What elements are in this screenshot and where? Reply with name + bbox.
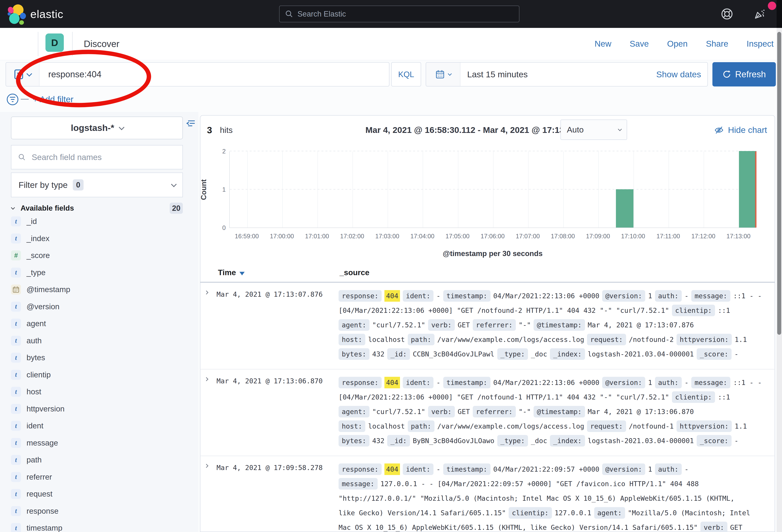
source-field-value: - bbox=[436, 292, 440, 300]
scrollbar-thumb[interactable] bbox=[777, 32, 781, 335]
chevron-down-icon bbox=[119, 124, 124, 130]
column-header-time[interactable]: Time bbox=[218, 268, 236, 277]
scrollbar-track-dark bbox=[777, 0, 782, 28]
expand-row-button[interactable] bbox=[205, 375, 217, 448]
discover-app-badge[interactable]: D bbox=[45, 34, 64, 52]
source-cell: response:404ident:-timestamp:04/Mar/2021… bbox=[339, 289, 774, 362]
query-input[interactable]: response:404 bbox=[6, 62, 389, 86]
field-item-clientip[interactable]: tclientip bbox=[11, 369, 51, 381]
hits-header: 3 hits Mar 4, 2021 @ 16:58:30.112 - Mar … bbox=[200, 119, 775, 141]
field-name: @timestamp bbox=[27, 285, 70, 294]
histogram-bar[interactable] bbox=[739, 151, 756, 228]
available-fields-header[interactable]: Available fields 20 bbox=[11, 201, 183, 215]
field-item-auth[interactable]: tauth bbox=[11, 335, 42, 347]
discover-app: elastic Search Elastic bbox=[0, 0, 782, 532]
query-language-button[interactable]: KQL bbox=[391, 62, 421, 86]
nav-action-open[interactable]: Open bbox=[667, 39, 688, 49]
source-field-value: logstash-2021.03.04-000001 bbox=[588, 437, 694, 445]
nav-action-share[interactable]: Share bbox=[706, 39, 728, 49]
field-search-input[interactable]: Search field names bbox=[11, 145, 183, 169]
source-field-value: Mar 4, 2021 @ 17:13:06.870 bbox=[588, 408, 694, 416]
nav-action-inspect[interactable]: Inspect bbox=[747, 39, 774, 49]
query-text[interactable]: response:404 bbox=[39, 69, 102, 79]
source-field-name: host: bbox=[339, 420, 365, 432]
field-item-referrer[interactable]: treferrer bbox=[11, 471, 52, 483]
field-item-request[interactable]: trequest bbox=[11, 488, 52, 500]
field-item-agent[interactable]: tagent bbox=[11, 317, 46, 330]
chart-gridline-v bbox=[493, 151, 494, 228]
field-item-timestamp[interactable]: ttimestamp bbox=[11, 522, 62, 532]
field-item-host[interactable]: thost bbox=[11, 386, 41, 398]
source-field-value: ::1 bbox=[718, 393, 730, 401]
add-filter-button[interactable]: + Add filter bbox=[33, 94, 73, 104]
help-icon[interactable] bbox=[720, 8, 733, 20]
y-tick-label: 1 bbox=[214, 186, 226, 193]
newsfeed-icon[interactable] bbox=[753, 8, 766, 20]
source-field-value: like Gecko) Version/14.1 Safari/605.1.15… bbox=[339, 509, 506, 517]
expand-row-button[interactable] bbox=[205, 289, 217, 362]
search-icon bbox=[285, 10, 293, 18]
text-type-icon: t bbox=[11, 523, 21, 532]
chart-gridline-v bbox=[388, 151, 388, 228]
refresh-button[interactable]: Refresh bbox=[712, 62, 776, 86]
date-picker-menu-button[interactable] bbox=[426, 63, 460, 86]
time-range-value[interactable]: Last 15 minutes bbox=[460, 70, 656, 79]
source-field-name: bytes: bbox=[339, 348, 369, 360]
available-fields-count-badge: 20 bbox=[170, 203, 183, 214]
chart-gridline-v bbox=[528, 151, 529, 228]
nav-action-save[interactable]: Save bbox=[630, 39, 649, 49]
field-item-bytes[interactable]: tbytes bbox=[11, 351, 45, 364]
hits-count: 3 bbox=[207, 125, 212, 136]
chart-gridline-v bbox=[423, 151, 423, 228]
field-item-@timestamp[interactable]: @timestamp bbox=[11, 283, 70, 296]
filter-set-menu-icon[interactable] bbox=[7, 93, 19, 105]
x-tick-label: 17:10:00 bbox=[621, 233, 645, 240]
source-field-name: timestamp: bbox=[443, 377, 491, 388]
source-field-name: referrer: bbox=[473, 319, 516, 331]
field-item-message[interactable]: tmessage bbox=[11, 437, 58, 449]
histogram-chart[interactable] bbox=[229, 151, 756, 228]
source-field-name: agent: bbox=[339, 406, 369, 417]
source-field-value: "curl/7.52.1" bbox=[372, 321, 425, 329]
field-item-_id[interactable]: t_id bbox=[11, 215, 37, 228]
expand-row-button[interactable] bbox=[205, 462, 217, 532]
calendar-icon bbox=[435, 70, 445, 79]
text-type-icon: t bbox=[11, 233, 21, 243]
x-tick-label: 17:05:00 bbox=[446, 233, 469, 240]
global-search-input[interactable]: Search Elastic bbox=[279, 6, 520, 22]
histogram-bar[interactable] bbox=[616, 189, 634, 228]
elastic-logo-icon[interactable] bbox=[8, 4, 28, 24]
field-item-ident[interactable]: tident bbox=[11, 420, 43, 432]
source-field-name: agent: bbox=[339, 319, 369, 331]
field-item-path[interactable]: tpath bbox=[11, 454, 42, 466]
source-field-value: /notfound-2 bbox=[629, 336, 674, 343]
source-field-value: "-" bbox=[519, 321, 531, 329]
index-pattern-label: logstash-* bbox=[71, 123, 114, 133]
scrollbar[interactable] bbox=[777, 0, 782, 532]
sort-desc-icon[interactable] bbox=[240, 272, 245, 275]
chevron-down-icon bbox=[618, 127, 622, 131]
saved-query-menu-button[interactable] bbox=[6, 63, 39, 86]
chart-gridline-v bbox=[598, 151, 599, 228]
field-name: response bbox=[27, 507, 59, 516]
text-type-icon: t bbox=[11, 472, 21, 482]
field-item-@version[interactable]: t@version bbox=[11, 301, 60, 313]
show-dates-button[interactable]: Show dates bbox=[656, 70, 707, 79]
field-item-_type[interactable]: t_type bbox=[11, 266, 45, 279]
field-name: bytes bbox=[27, 353, 45, 362]
index-pattern-select[interactable]: logstash-* bbox=[11, 117, 183, 139]
collapse-sidebar-icon[interactable] bbox=[186, 118, 196, 128]
nav-action-new[interactable]: New bbox=[595, 39, 611, 49]
hide-chart-button[interactable]: Hide chart bbox=[714, 125, 767, 135]
highlighted-value: 404 bbox=[384, 290, 400, 302]
filter-by-type-select[interactable]: Filter by type 0 bbox=[11, 173, 183, 197]
interval-select[interactable]: Auto bbox=[561, 120, 627, 140]
field-item-httpversion[interactable]: thttpversion bbox=[11, 403, 65, 415]
source-field-value: 1 bbox=[648, 465, 652, 473]
field-item-_score[interactable]: #_score bbox=[11, 249, 50, 262]
field-name: message bbox=[27, 439, 58, 447]
hide-chart-label: Hide chart bbox=[728, 125, 767, 135]
field-item-response[interactable]: tresponse bbox=[11, 505, 59, 517]
column-header-source[interactable]: _source bbox=[340, 268, 369, 277]
field-item-_index[interactable]: t_index bbox=[11, 232, 49, 245]
